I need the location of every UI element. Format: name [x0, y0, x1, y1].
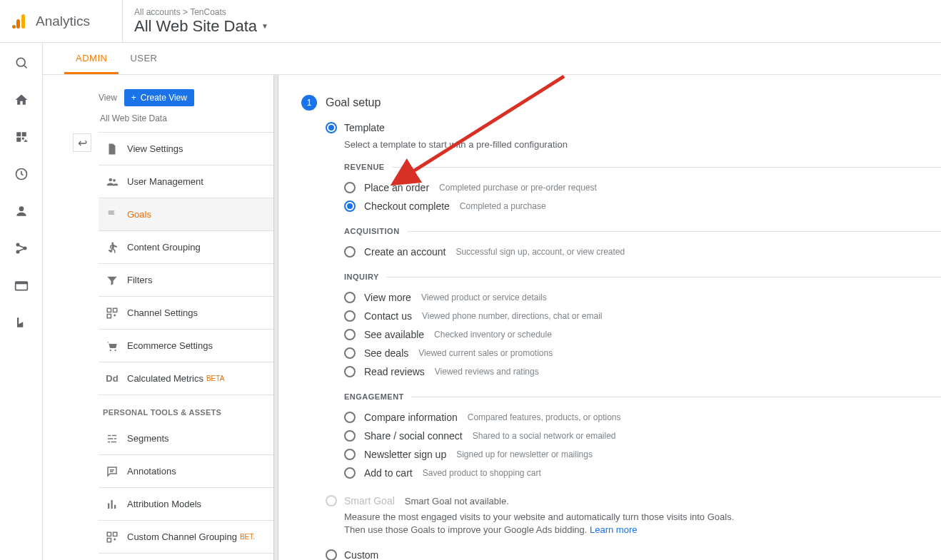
nav-item-label: Channel Settings — [127, 307, 198, 318]
radio-icon[interactable] — [344, 449, 356, 460]
svg-point-2 — [12, 25, 16, 29]
radio-icon[interactable] — [344, 329, 356, 340]
back-button[interactable]: ↩ — [73, 133, 91, 152]
nav-item-custom-channel-grouping[interactable]: Custom Channel GroupingBET. — [99, 521, 273, 554]
file-icon — [103, 143, 121, 156]
home-icon[interactable] — [14, 93, 29, 107]
radio-icon[interactable] — [344, 366, 356, 377]
svg-rect-8 — [21, 138, 24, 140]
customization-icon[interactable] — [14, 130, 29, 144]
option-desc: Completed purchase or pre-order request — [439, 183, 597, 193]
search-icon[interactable] — [14, 56, 29, 70]
svg-rect-36 — [114, 504, 116, 508]
account-picker[interactable]: All accounts > TenCoats All Web Site Dat… — [122, 0, 268, 42]
nav-item-calculated-metrics[interactable]: DdCalculated MetricsBETA — [99, 362, 273, 395]
nav-item-label: User Management — [127, 176, 203, 187]
template-sections: REVENUEPlace an orderCompleted purchase … — [344, 163, 941, 482]
acquisition-icon[interactable] — [14, 241, 29, 255]
section-title: ENGAGEMENT — [344, 392, 411, 401]
svg-rect-23 — [107, 314, 111, 317]
svg-rect-35 — [111, 500, 113, 509]
create-view-button[interactable]: + Create View — [124, 89, 194, 106]
smart-goal-desc-text: Measure the most engaged visits to your … — [344, 511, 734, 535]
template-section-acquisition: ACQUISITIONCreate an accountSuccessful s… — [344, 227, 941, 261]
template-subtitle: Select a template to start with a pre-fi… — [344, 139, 941, 150]
option-desc: Viewed current sales or promotions — [418, 348, 553, 358]
template-option-add-to-cart[interactable]: Add to cartSaved product to shopping car… — [344, 464, 941, 482]
template-option-contact-us[interactable]: Contact usViewed phone number, direction… — [344, 307, 941, 325]
step-number-badge: 1 — [301, 95, 317, 111]
radio-icon[interactable] — [344, 347, 356, 359]
radio-icon[interactable] — [344, 467, 356, 479]
template-option-label: Template — [344, 122, 385, 133]
custom-radio[interactable] — [326, 549, 337, 560]
scroll-divider[interactable] — [273, 75, 278, 560]
create-view-label: Create View — [141, 93, 187, 103]
view-column: View + Create View All Web Site Data Vie… — [91, 75, 273, 560]
radio-icon[interactable] — [344, 200, 356, 212]
goal-setup-panel: 1 Goal setup Template Select a template … — [278, 75, 941, 560]
filter-icon — [103, 274, 121, 287]
svg-point-24 — [110, 349, 111, 350]
option-desc: Viewed product or service details — [421, 292, 547, 302]
option-name: Contact us — [364, 310, 412, 322]
section-divider — [411, 397, 941, 397]
tab-admin[interactable]: ADMIN — [64, 43, 119, 74]
nav-item-label: Ecommerce Settings — [127, 340, 213, 351]
option-desc: Completed a purchase — [460, 201, 546, 211]
template-option-compare-information[interactable]: Compare informationCompared features, pr… — [344, 408, 941, 427]
beta-badge: BETA — [206, 375, 224, 382]
option-name: Place an order — [364, 182, 429, 193]
radio-icon[interactable] — [344, 246, 356, 258]
template-option-view-more[interactable]: View moreViewed product or service detai… — [344, 288, 941, 307]
radio-icon[interactable] — [344, 310, 356, 322]
section-divider — [392, 167, 941, 168]
behavior-icon[interactable] — [14, 278, 29, 292]
nav-item-user-management[interactable]: User Management — [99, 166, 273, 198]
nav-item-goals[interactable]: Goals — [99, 198, 273, 231]
view-column-label: View — [99, 93, 117, 103]
radio-icon[interactable] — [344, 292, 356, 303]
option-name: Add to cart — [364, 467, 413, 479]
template-option-create-an-account[interactable]: Create an accountSuccessful sign up, acc… — [344, 243, 941, 261]
template-option-place-an-order[interactable]: Place an orderCompleted purchase or pre-… — [344, 178, 941, 197]
radio-icon[interactable] — [344, 412, 356, 423]
nav-item-segments[interactable]: Segments — [99, 422, 273, 455]
radio-icon[interactable] — [344, 430, 356, 442]
option-name: Compare information — [364, 412, 458, 423]
template-option-newsletter-sign-up[interactable]: Newsletter sign upSigned up for newslett… — [344, 445, 941, 464]
svg-rect-37 — [107, 532, 111, 536]
svg-point-25 — [114, 349, 116, 350]
nav-item-filters[interactable]: Filters — [99, 264, 273, 297]
nav-item-annotations[interactable]: Annotations — [99, 455, 273, 488]
view-dropdown[interactable]: All Web Site Data ▼ — [134, 17, 268, 36]
option-name: Create an account — [364, 246, 446, 258]
personal-tools-header: PERSONAL TOOLS & ASSETS — [99, 395, 273, 422]
audience-icon[interactable] — [14, 204, 29, 218]
learn-more-link[interactable]: Learn more — [590, 524, 637, 535]
template-option-checkout-complete[interactable]: Checkout completeCompleted a purchase — [344, 197, 941, 215]
svg-point-13 — [16, 243, 19, 245]
option-name: View more — [364, 292, 411, 303]
template-option-see-deals[interactable]: See dealsViewed current sales or promoti… — [344, 344, 941, 362]
nav-item-content-grouping[interactable]: Content Grouping — [99, 231, 273, 264]
nav-item-view-settings[interactable]: View Settings — [99, 133, 273, 166]
section-title: INQUIRY — [344, 273, 386, 281]
svg-rect-1 — [16, 19, 20, 29]
template-option-read-reviews[interactable]: Read reviewsViewed reviews and ratings — [344, 362, 941, 381]
bars-icon — [103, 498, 121, 511]
template-radio[interactable] — [326, 122, 337, 133]
view-name-text: All Web Site Data — [134, 17, 257, 36]
option-desc: Checked inventory or schedule — [434, 330, 552, 340]
template-option-see-available[interactable]: See availableChecked inventory or schedu… — [344, 325, 941, 344]
nav-item-ecommerce-settings[interactable]: Ecommerce Settings — [99, 330, 273, 362]
svg-rect-38 — [114, 532, 117, 536]
conversions-icon[interactable] — [14, 315, 29, 330]
nav-item-channel-settings[interactable]: Channel Settings — [99, 297, 273, 330]
current-view-name[interactable]: All Web Site Data — [99, 113, 273, 123]
nav-item-attribution-models[interactable]: Attribution Models — [99, 488, 273, 521]
template-option-share-social-connect[interactable]: Share / social connectShared to a social… — [344, 427, 941, 445]
radio-icon[interactable] — [344, 182, 356, 193]
tab-user[interactable]: USER — [119, 43, 168, 74]
realtime-icon[interactable] — [14, 167, 29, 181]
